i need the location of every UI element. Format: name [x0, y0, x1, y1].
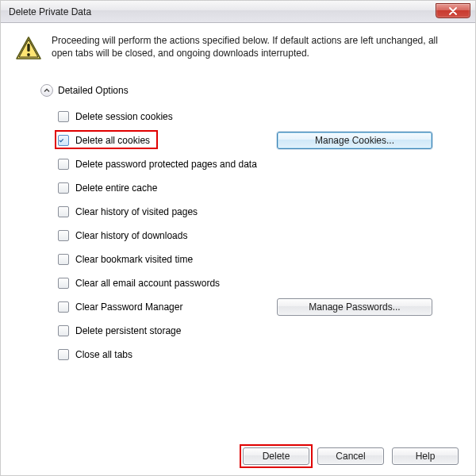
manage-passwords-button[interactable]: Manage Passwords...: [277, 298, 432, 316]
option-password-pages[interactable]: Delete password protected pages and data: [58, 152, 432, 176]
section-label: Detailed Options: [58, 85, 129, 96]
checkbox[interactable]: [58, 254, 69, 265]
option-label: Clear history of visited pages: [75, 206, 198, 217]
delete-button[interactable]: Delete: [243, 447, 309, 465]
checkbox[interactable]: [58, 111, 69, 122]
option-label: Delete entire cache: [75, 182, 157, 194]
option-label: Close all tabs: [75, 349, 132, 360]
chevron-up-icon: [44, 87, 50, 94]
close-button[interactable]: [436, 3, 470, 18]
dialog-footer: Delete Cancel Help: [243, 447, 459, 465]
window-title: Delete Private Data: [9, 6, 91, 17]
checkbox[interactable]: [58, 278, 69, 289]
checkbox[interactable]: [58, 159, 69, 170]
checkbox[interactable]: [58, 349, 69, 360]
checkbox[interactable]: [58, 182, 69, 194]
option-label: Delete all cookies: [75, 135, 150, 146]
option-close-tabs[interactable]: Close all tabs: [58, 343, 432, 367]
checkbox[interactable]: [58, 301, 69, 313]
warning-icon: [15, 36, 42, 63]
svg-rect-2: [27, 44, 29, 52]
option-label: Clear history of downloads: [75, 230, 187, 241]
option-label: Delete session cookies: [75, 111, 173, 122]
option-email-passwords[interactable]: Clear all email account passwords: [58, 271, 432, 295]
help-button[interactable]: Help: [392, 447, 459, 465]
option-cache[interactable]: Delete entire cache: [58, 176, 432, 200]
checkbox[interactable]: [58, 230, 69, 241]
checkbox[interactable]: [58, 206, 69, 217]
checkbox[interactable]: [58, 325, 69, 336]
option-session-cookies[interactable]: Delete session cookies: [58, 105, 432, 129]
checkbox[interactable]: [58, 135, 69, 146]
cancel-button[interactable]: Cancel: [317, 447, 384, 465]
option-password-manager[interactable]: Clear Password Manager Manage Passwords.…: [58, 295, 432, 319]
option-label: Clear Password Manager: [75, 301, 182, 313]
close-icon: [448, 7, 458, 15]
option-history-pages[interactable]: Clear history of visited pages: [58, 200, 432, 224]
option-all-cookies[interactable]: Delete all cookies Manage Cookies...: [58, 129, 432, 152]
option-label: Clear bookmark visited time: [75, 254, 193, 265]
option-bookmark-time[interactable]: Clear bookmark visited time: [58, 248, 432, 271]
option-label: Delete persistent storage: [75, 325, 181, 336]
svg-point-3: [27, 53, 30, 56]
warning-message: Proceeding will perform the actions spec…: [52, 34, 461, 60]
option-label: Delete password protected pages and data: [75, 159, 257, 170]
option-label: Clear all email account passwords: [75, 278, 220, 289]
collapse-toggle[interactable]: [40, 84, 53, 97]
titlebar: Delete Private Data: [1, 1, 475, 23]
manage-cookies-button[interactable]: Manage Cookies...: [277, 132, 432, 149]
option-history-downloads[interactable]: Clear history of downloads: [58, 224, 432, 248]
option-persistent-storage[interactable]: Delete persistent storage: [58, 319, 432, 343]
dialog-content: Proceeding will perform the actions spec…: [1, 23, 475, 367]
